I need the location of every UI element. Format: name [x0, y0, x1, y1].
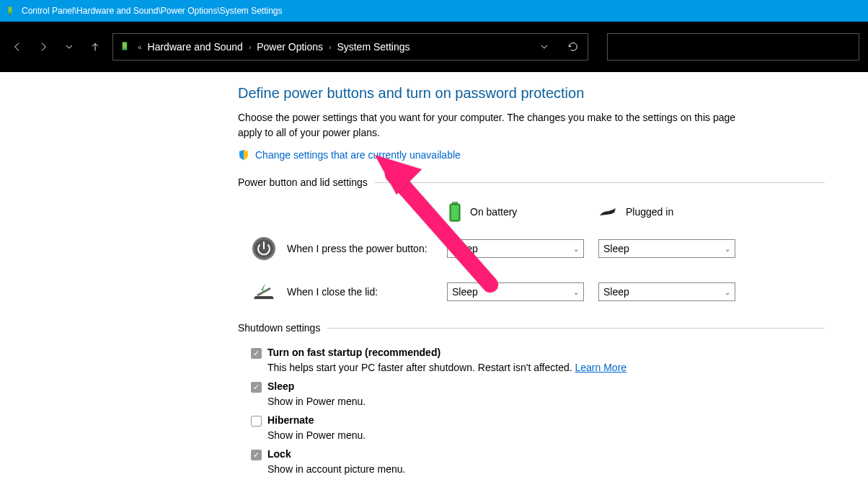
hibernate-checkbox[interactable]	[251, 416, 262, 427]
address-dropdown-button[interactable]	[536, 38, 553, 55]
fast-startup-sub: This helps start your PC faster after sh…	[267, 362, 825, 373]
nav-back-button[interactable]	[9, 38, 26, 55]
nav-forward-button[interactable]	[35, 38, 52, 55]
breadcrumb-item[interactable]: Hardware and Sound	[148, 41, 243, 53]
nav-recent-button[interactable]	[61, 38, 78, 55]
lock-checkbox[interactable]: ✓	[251, 450, 262, 460]
window-titlebar: Control Panel\Hardware and Sound\Power O…	[0, 0, 868, 22]
power-button-icon	[251, 236, 277, 262]
power-button-battery-select[interactable]: Sleep⌄	[447, 239, 584, 258]
address-bar[interactable]: « Hardware and Sound › Power Options › S…	[112, 33, 588, 61]
nav-up-button[interactable]	[87, 38, 104, 55]
lock-label: Lock	[267, 448, 291, 460]
page-heading: Define power buttons and turn on passwor…	[238, 85, 825, 102]
breadcrumb-item[interactable]: System Settings	[337, 41, 409, 53]
svg-rect-4	[123, 43, 127, 48]
chevron-down-icon: ⌄	[725, 288, 730, 296]
close-lid-row: When I close the lid: Sleep⌄ Sleep⌄	[238, 279, 825, 305]
svg-rect-1	[9, 7, 12, 12]
close-lid-battery-select[interactable]: Sleep⌄	[447, 282, 584, 301]
chevron-right-icon: ›	[329, 43, 331, 51]
change-link-text: Change settings that are currently unava…	[255, 149, 461, 161]
sleep-sub: Show in Power menu.	[267, 396, 825, 407]
svg-rect-2	[9, 14, 11, 15]
power-button-label: When I press the power button:	[287, 243, 447, 254]
change-unavailable-settings-link[interactable]: Change settings that are currently unava…	[238, 149, 825, 161]
chevron-left-icon: «	[138, 43, 142, 51]
close-lid-plugged-select[interactable]: Sleep⌄	[598, 282, 735, 301]
hibernate-sub: Show in Power menu.	[267, 429, 825, 441]
shutdown-settings-list: ✓ Turn on fast startup (recommended) Thi…	[238, 347, 825, 475]
lock-sub: Show in account picture menu.	[267, 463, 825, 475]
section-power-lid-header: Power button and lid settings	[238, 177, 825, 188]
navigation-bar: « Hardware and Sound › Power Options › S…	[0, 22, 868, 72]
chevron-down-icon: ⌄	[573, 288, 579, 296]
refresh-button[interactable]	[564, 38, 582, 55]
battery-icon	[447, 201, 463, 223]
laptop-lid-icon	[251, 279, 277, 305]
section-title: Shutdown settings	[238, 322, 320, 334]
close-lid-label: When I close the lid:	[287, 286, 447, 298]
column-battery-label: On battery	[470, 206, 517, 218]
section-shutdown-header: Shutdown settings	[238, 322, 825, 334]
page-description: Choose the power settings that you want …	[238, 110, 757, 141]
section-title: Power button and lid settings	[238, 177, 368, 188]
content-area: Define power buttons and turn on passwor…	[0, 72, 868, 477]
search-input[interactable]	[607, 33, 859, 61]
chevron-right-icon: ›	[249, 43, 251, 51]
power-icon	[119, 40, 132, 53]
svg-rect-7	[451, 205, 459, 220]
fast-startup-label: Turn on fast startup (recommended)	[267, 347, 440, 358]
breadcrumb-item[interactable]: Power Options	[257, 41, 323, 53]
column-plugged-label: Plugged in	[626, 206, 673, 218]
control-panel-icon	[6, 5, 17, 17]
sleep-checkbox[interactable]: ✓	[251, 382, 262, 393]
fast-startup-checkbox[interactable]: ✓	[251, 348, 262, 359]
sleep-label: Sleep	[267, 380, 294, 392]
window-title: Control Panel\Hardware and Sound\Power O…	[22, 6, 283, 16]
power-button-plugged-select[interactable]: Sleep⌄	[598, 239, 735, 258]
power-columns-header: On battery Plugged in	[238, 201, 825, 223]
learn-more-link[interactable]: Learn More	[575, 362, 627, 373]
plug-icon	[598, 205, 619, 218]
shield-icon	[238, 149, 249, 161]
hibernate-label: Hibernate	[267, 414, 314, 426]
chevron-down-icon: ⌄	[573, 245, 579, 253]
power-button-row: When I press the power button: Sleep⌄ Sl…	[238, 236, 825, 262]
chevron-down-icon: ⌄	[725, 245, 730, 253]
